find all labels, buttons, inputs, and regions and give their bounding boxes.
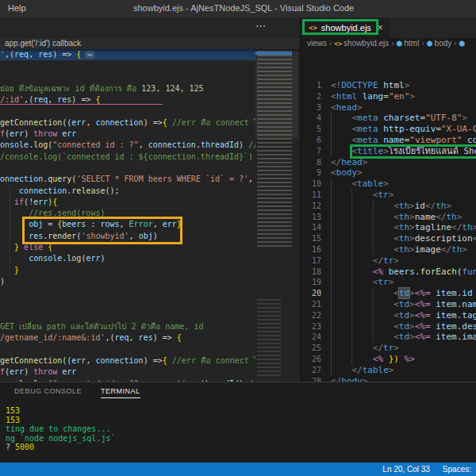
code-line[interactable]: f(err) throw err [0, 129, 255, 140]
code-line[interactable]: 27</table> [301, 365, 476, 376]
code-line[interactable]: res.render('showbyid', obj) [0, 231, 255, 242]
right-editor-code[interactable]: 1<!DOCTYPE html>2<html lang="en">3<head>… [301, 49, 476, 382]
terminal-output[interactable]: 153153ting due to changes...ng `node nod… [6, 406, 474, 460]
code-line[interactable]: onsole.log("connected id : ?", connectio… [0, 140, 255, 151]
code-line[interactable]: onnection.query('SELECT * FROM beers WHE… [0, 174, 255, 185]
code-line[interactable]: 5<meta http-equiv="X-UA-Compatible" [301, 124, 476, 135]
code-line[interactable]: 9<body> [301, 167, 476, 178]
code-line[interactable]: connection.release(); [0, 186, 255, 197]
line-number[interactable]: 22 [301, 310, 321, 321]
code-line[interactable]: 23<td><%= item.description %> [301, 321, 476, 332]
line-number[interactable]: 15 [301, 233, 321, 244]
code-line[interactable]: getConnection((err, connection) =>{ //er… [0, 117, 255, 129]
code-line[interactable]: 16<th>image</th> [301, 244, 476, 255]
code-line[interactable]: /getname_id/:name&:id',(req, res) => { [0, 332, 255, 344]
code-line[interactable]: 17</tr> [301, 255, 476, 267]
line-number[interactable]: 10 [301, 178, 321, 190]
code-line[interactable]: getConnection((err, connection) =>{ //er… [0, 355, 255, 367]
breadcrumb-item[interactable]: showbyid.ejs [344, 39, 389, 48]
code-line[interactable] [0, 299, 255, 310]
line-number[interactable]: 5 [301, 124, 321, 135]
code-line[interactable]: 8</head> [301, 157, 476, 168]
sticky-scroll-header[interactable]: app.get('/:id') callback [0, 38, 300, 49]
line-number[interactable]: 4 [301, 113, 321, 124]
folded-code-icon[interactable]: ⋯ [85, 51, 94, 59]
code-line[interactable]: 14<th>tagline</th> [301, 222, 476, 233]
code-line[interactable] [0, 287, 255, 298]
code-line[interactable]: obj = {beers : rows, Error, err} [0, 219, 255, 230]
menu-item-help[interactable]: Help [8, 3, 26, 13]
line-number[interactable]: 8 [301, 157, 321, 168]
code-line[interactable]: //res.send(rows) [0, 208, 255, 219]
code-line[interactable]: 24<td><%= item.image %> [301, 332, 476, 343]
code-line[interactable]: 15<th>description</th> [301, 233, 476, 244]
line-number[interactable]: 16 [301, 244, 321, 255]
code-line[interactable]: 20<td><%= item.id %> [301, 288, 476, 299]
code-line[interactable]: } [0, 265, 255, 276]
line-number[interactable]: 6 [301, 135, 321, 146]
line-number[interactable]: 20 [301, 288, 321, 299]
code-line[interactable]: 21<td><%= item.name %></td> [301, 299, 476, 310]
line-number[interactable]: 28 [301, 376, 321, 382]
line-number[interactable]: 3 [301, 102, 321, 113]
code-line[interactable]: f(err) throw err [0, 367, 255, 378]
code-line[interactable]: 10<table> [301, 178, 476, 190]
line-number[interactable]: 17 [301, 255, 321, 267]
line-number[interactable]: 9 [301, 167, 321, 178]
code-line[interactable]: GET เปลี่ยน path และใส่ตัวแปรไป 2 ตัวคือ… [0, 321, 255, 332]
breadcrumb-item[interactable]: body [435, 39, 452, 48]
code-line[interactable]: 26<% }) %> [301, 354, 476, 365]
line-number[interactable]: 23 [301, 321, 321, 332]
code-line[interactable]: 25</tr> [301, 343, 476, 354]
code-line[interactable]: ',(req, res) => {⋯ [0, 49, 255, 60]
code-line[interactable]: 7<title>โรงเบียร์ไทยแลนด์ Show By ID [301, 146, 476, 157]
line-number[interactable]: 19 [301, 277, 321, 288]
line-number[interactable]: 13 [301, 212, 321, 223]
line-number[interactable]: 25 [301, 343, 321, 354]
code-line[interactable]: 4<meta charset="UTF-8"> [301, 113, 476, 124]
code-line[interactable] [0, 60, 255, 71]
line-number[interactable]: 24 [301, 332, 321, 343]
line-number[interactable]: 12 [301, 201, 321, 212]
code-line[interactable]: /:id',(req, res) => { [0, 94, 255, 106]
left-editor-code[interactable]: ',(req, res) => {⋯ย่อย ดึงข้อมูลเฉพาะ id… [0, 49, 255, 382]
code-line[interactable]: 11<tr> [301, 190, 476, 201]
code-line[interactable]: 13<th>name</th> [301, 212, 476, 223]
code-line[interactable]: 3<head> [301, 102, 476, 113]
tab-showbyid-ejs[interactable]: <> showbyid.ejs × [301, 17, 390, 38]
code-line[interactable]: 1<!DOCTYPE html> [301, 80, 476, 91]
code-line[interactable]: 12<th>id</th> [301, 201, 476, 212]
code-line[interactable] [0, 72, 255, 83]
code-line[interactable] [0, 163, 255, 174]
minimap[interactable] [255, 49, 298, 382]
code-line[interactable] [0, 344, 255, 355]
code-line[interactable]: console.log(err) [0, 253, 255, 264]
code-line[interactable]: } else { [0, 242, 255, 253]
line-number[interactable]: 11 [301, 190, 321, 201]
status-cursor-position[interactable]: Ln 20, Col 33 [382, 465, 430, 474]
line-number[interactable]: 1 [301, 80, 321, 91]
code-line[interactable]: ) [0, 276, 255, 287]
panel-tab-debug-console[interactable]: DEBUG CONSOLE [14, 387, 82, 397]
line-number[interactable]: 18 [301, 267, 321, 278]
code-line[interactable]: 22<td><%= item.tagline %> [301, 310, 476, 321]
status-indentation[interactable]: Spaces: [443, 465, 471, 474]
more-actions-icon[interactable]: ⋯ [255, 20, 267, 32]
line-number[interactable]: 27 [301, 365, 321, 376]
code-line[interactable] [0, 106, 255, 117]
close-icon[interactable]: × [378, 22, 383, 33]
code-line[interactable]: 19<tr> [301, 277, 476, 288]
code-line[interactable]: if(!err){ [0, 197, 255, 208]
code-line[interactable]: 18<% beers.forEach(function(item){ %> [301, 267, 476, 278]
breadcrumb-item[interactable]: html [404, 39, 419, 48]
line-number[interactable]: 26 [301, 354, 321, 365]
line-number[interactable]: 21 [301, 299, 321, 310]
line-number[interactable]: 14 [301, 222, 321, 233]
line-number[interactable]: 2 [301, 91, 321, 102]
code-line[interactable]: /console.log(`connected id : ${connectio… [0, 152, 255, 163]
panel-tab-terminal[interactable]: TERMINAL [101, 387, 140, 398]
code-line[interactable] [0, 310, 255, 321]
code-line[interactable]: 28</body> [301, 376, 476, 382]
code-line[interactable]: 6<meta name="viewport" content="width=de… [301, 135, 476, 146]
line-number[interactable]: 7 [301, 146, 321, 157]
